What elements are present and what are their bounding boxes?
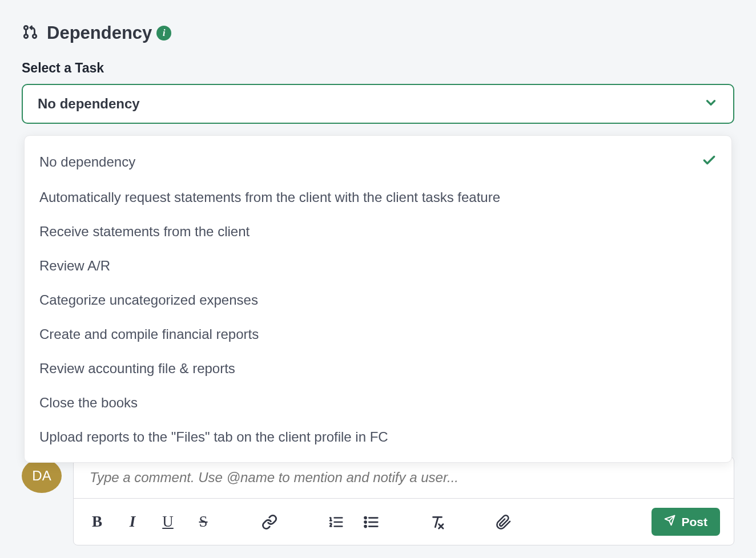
option-label: Review accounting file & reports (39, 361, 235, 377)
strikethrough-icon[interactable]: S (194, 512, 213, 532)
info-icon[interactable]: i (156, 26, 171, 41)
italic-icon[interactable]: I (123, 512, 142, 532)
dropdown-option[interactable]: Upload reports to the "Files" tab on the… (25, 420, 731, 454)
option-label: Close the books (39, 395, 138, 411)
bullet-list-icon[interactable] (361, 512, 381, 532)
post-label: Post (681, 515, 707, 529)
attachment-icon[interactable] (494, 512, 513, 532)
dropdown-option[interactable]: Receive statements from the client (25, 215, 731, 249)
option-label: Categorize uncategorized expenses (39, 292, 258, 308)
clear-format-icon[interactable] (428, 512, 447, 532)
section-header: Dependency i (22, 23, 734, 43)
svg-point-11 (365, 525, 367, 527)
field-label: Select a Task (22, 60, 734, 76)
bold-icon[interactable]: B (87, 512, 107, 532)
svg-point-10 (365, 521, 367, 523)
option-label: Review A/R (39, 258, 110, 274)
option-label: Create and compile financial reports (39, 326, 259, 342)
section-title: Dependency (47, 23, 152, 43)
check-icon (702, 153, 717, 171)
dropdown-option[interactable]: Close the books (25, 386, 731, 420)
underline-icon[interactable]: U (158, 512, 178, 532)
option-label: Upload reports to the "Files" tab on the… (39, 429, 388, 445)
comment-input[interactable] (74, 457, 734, 498)
svg-point-9 (365, 517, 367, 519)
editor-toolbar: B I U S (74, 498, 734, 545)
task-dropdown: No dependencyAutomatically request state… (24, 135, 732, 463)
link-icon[interactable] (260, 512, 279, 532)
dropdown-option[interactable]: Categorize uncategorized expenses (25, 283, 731, 317)
dropdown-option[interactable]: Create and compile financial reports (25, 317, 731, 351)
option-label: Automatically request statements from th… (39, 189, 500, 205)
post-button[interactable]: Post (652, 508, 720, 536)
chevron-down-icon (703, 95, 718, 112)
dropdown-option[interactable]: No dependency (25, 144, 731, 180)
dropdown-option[interactable]: Review A/R (25, 249, 731, 283)
select-value: No dependency (38, 96, 140, 112)
avatar: DA (22, 459, 62, 493)
option-label: Receive statements from the client (39, 224, 250, 240)
send-icon (664, 515, 675, 529)
dependency-icon (22, 23, 39, 43)
option-label: No dependency (39, 154, 135, 170)
dropdown-option[interactable]: Automatically request statements from th… (25, 180, 731, 215)
task-select[interactable]: No dependency (22, 84, 734, 124)
ordered-list-icon[interactable] (326, 512, 345, 532)
comment-box: B I U S (73, 456, 734, 545)
dropdown-option[interactable]: Review accounting file & reports (25, 351, 731, 386)
